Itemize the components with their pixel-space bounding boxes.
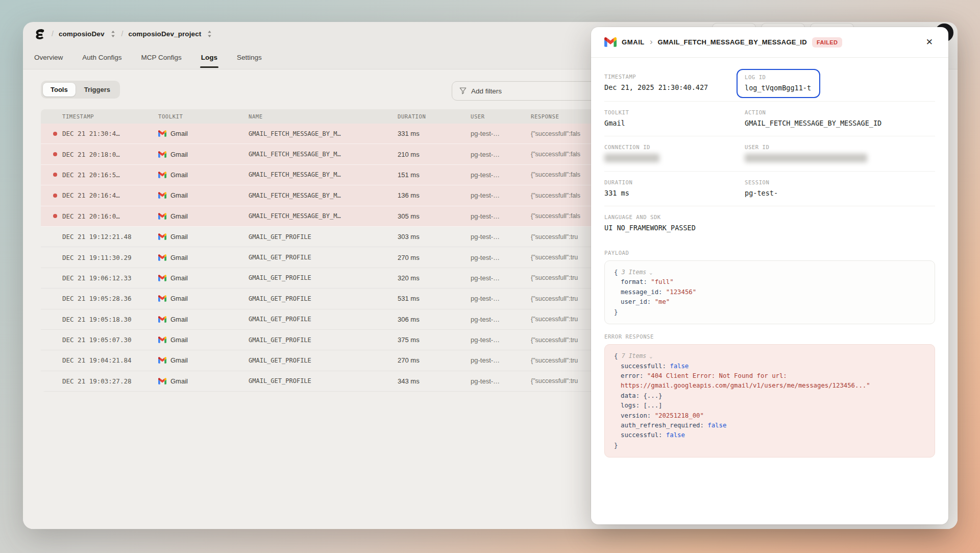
cell-user: pg-test-… <box>471 316 531 323</box>
cell-timestamp: DEC 21 19:04:21.84 <box>41 356 158 364</box>
column-header-user: USER <box>471 113 531 119</box>
add-filters-label: Add filters <box>471 87 502 95</box>
cell-timestamp: DEC 21 20:16:5… <box>41 171 158 179</box>
cell-dur: 136 ms <box>398 191 471 199</box>
json-entry-user_id: user_id: "me" <box>614 297 925 307</box>
json-entry-successfull: successfull: false <box>614 362 925 371</box>
error-response-label: ERROR RESPONSE <box>604 333 935 340</box>
tools-triggers-toggle: ToolsTriggers <box>41 81 120 99</box>
composio-logo-icon[interactable] <box>33 27 46 40</box>
cell-user: pg-test-… <box>471 171 531 179</box>
cell-dur: 375 ms <box>398 336 471 344</box>
field-timestamp: TIMESTAMP Dec 21, 2025 21:30:40.427 <box>604 74 745 92</box>
cell-name: GMAIL_GET_PROFILE <box>249 254 398 261</box>
project-switcher-icon[interactable] <box>206 30 213 38</box>
cell-dur: 270 ms <box>398 356 471 364</box>
gmail-icon <box>604 37 617 47</box>
breadcrumb-separator: / <box>52 30 54 38</box>
panel-toolkit-name: GMAIL <box>622 38 645 46</box>
cell-toolkit: Gmail <box>158 295 249 302</box>
gmail-icon <box>158 295 166 302</box>
tab-mcp-configs[interactable]: MCP Configs <box>140 47 183 68</box>
field-session: SESSION pg-test- <box>745 179 935 197</box>
cell-timestamp: DEC 21 19:06:12.33 <box>41 274 158 282</box>
cell-toolkit: Gmail <box>158 212 249 220</box>
gmail-icon <box>158 130 166 137</box>
error-response-json[interactable]: { 7 Items ⌄successfull: falseerror: "404… <box>604 344 935 458</box>
cell-name: GMAIL_GET_PROFILE <box>249 316 398 323</box>
cell-dur: 210 ms <box>398 151 471 158</box>
log-detail-panel: GMAIL › GMAIL_FETCH_MESSAGE_BY_MESSAGE_I… <box>591 27 948 524</box>
cell-user: pg-test-… <box>471 254 531 261</box>
cell-name: GMAIL_GET_PROFILE <box>249 357 398 364</box>
cell-user: pg-test-… <box>471 233 531 241</box>
cell-name: GMAIL_GET_PROFILE <box>249 274 398 281</box>
field-duration: DURATION 331 ms <box>604 179 745 197</box>
cell-timestamp: DEC 21 20:18:0… <box>41 151 158 158</box>
cell-timestamp: DEC 21 19:12:21.48 <box>41 233 158 241</box>
breadcrumb-separator: / <box>121 30 124 38</box>
gmail-icon <box>158 336 166 343</box>
cell-user: pg-test-… <box>471 377 531 385</box>
cell-user: pg-test-… <box>471 212 531 220</box>
cell-timestamp: DEC 21 20:16:4… <box>41 191 158 199</box>
json-entry-data: data: {...} <box>614 391 925 401</box>
tab-overview[interactable]: Overview <box>33 47 64 68</box>
log-detail-body: TIMESTAMP Dec 21, 2025 21:30:40.427 LOG … <box>591 58 948 471</box>
breadcrumb-project[interactable]: composioDev_project <box>128 30 201 38</box>
cell-toolkit: Gmail <box>158 356 249 364</box>
json-entry-version: version: "20251218_00" <box>614 411 925 421</box>
cell-name: GMAIL_FETCH_MESSAGE_BY_M… <box>249 151 398 158</box>
cell-name: GMAIL_GET_PROFILE <box>249 336 398 344</box>
field-log-id: LOG ID log_tVqomBgg11-t <box>745 74 935 92</box>
status-badge: FAILED <box>812 37 843 47</box>
gmail-icon <box>158 213 166 220</box>
cell-dur: 303 ms <box>398 233 471 241</box>
cell-user: pg-test-… <box>471 191 531 199</box>
column-header-duration: DURATION <box>398 113 471 119</box>
tab-logs[interactable]: Logs <box>200 47 218 68</box>
org-switcher-icon[interactable] <box>110 30 116 38</box>
cell-user: pg-test-… <box>471 356 531 364</box>
cell-dur: 306 ms <box>398 316 471 323</box>
field-connection-id: CONNECTION ID <box>604 144 745 162</box>
segment-triggers[interactable]: Triggers <box>77 83 118 97</box>
payload-label: PAYLOAD <box>604 250 935 256</box>
column-header-timestamp: TIMESTAMP <box>41 113 158 119</box>
json-entry-format: format: "full" <box>614 277 925 287</box>
tab-auth-configs[interactable]: Auth Configs <box>81 47 122 68</box>
redacted-connection-id <box>604 154 659 162</box>
json-entry-successful: successful: false <box>614 430 925 440</box>
column-header-name: NAME <box>249 113 398 119</box>
json-entry-message_id: message_id: "123456" <box>614 287 925 297</box>
tab-settings[interactable]: Settings <box>236 47 263 68</box>
cell-toolkit: Gmail <box>158 151 249 158</box>
tab-bar: OverviewAuth ConfigsMCP ConfigsLogsSetti… <box>33 45 263 69</box>
redacted-user-id <box>745 154 867 162</box>
gmail-icon <box>158 254 166 261</box>
field-user-id: USER ID <box>745 144 935 162</box>
cell-toolkit: Gmail <box>158 316 249 323</box>
gmail-icon <box>158 233 166 240</box>
close-icon[interactable]: ✕ <box>924 36 935 49</box>
json-entry-error: error: "404 Client Error: Not Found for … <box>614 371 925 391</box>
field-toolkit: TOOLKIT Gmail <box>604 109 745 127</box>
breadcrumb-org[interactable]: composioDev <box>59 30 105 38</box>
cell-timestamp: DEC 21 20:16:0… <box>41 212 158 220</box>
cell-name: GMAIL_FETCH_MESSAGE_BY_M… <box>249 130 398 137</box>
cell-timestamp: DEC 21 19:05:18.30 <box>41 316 158 323</box>
cell-dur: 531 ms <box>398 295 471 302</box>
field-action: ACTION GMAIL_FETCH_MESSAGE_BY_MESSAGE_ID <box>745 109 935 127</box>
payload-json[interactable]: { 3 Items ⌄format: "full"message_id: "12… <box>604 260 935 324</box>
cell-dur: 320 ms <box>398 274 471 282</box>
cell-timestamp: DEC 21 19:05:07.30 <box>41 336 158 344</box>
segment-tools[interactable]: Tools <box>43 83 76 97</box>
failed-dot-icon <box>53 194 57 198</box>
cell-toolkit: Gmail <box>158 171 249 179</box>
cell-toolkit: Gmail <box>158 336 249 344</box>
cell-timestamp: DEC 21 19:11:30.29 <box>41 254 158 261</box>
cell-dur: 270 ms <box>398 254 471 261</box>
log-id-highlight[interactable]: LOG ID log_tVqomBgg11-t <box>737 69 820 98</box>
cell-user: pg-test-… <box>471 130 531 137</box>
gmail-icon <box>158 357 166 364</box>
